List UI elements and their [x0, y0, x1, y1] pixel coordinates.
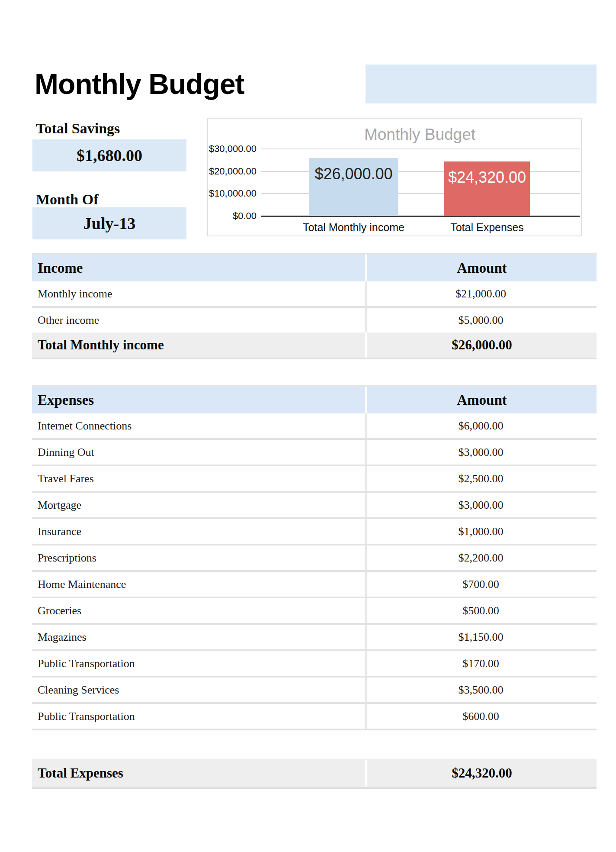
income-bar: $26,000.00 — [309, 158, 398, 216]
table-row: Mortgage $3,000.00 — [32, 491, 597, 517]
row-label-cell: Magazines — [32, 625, 365, 649]
row-amount-cell[interactable]: $21,000.00 — [365, 281, 597, 306]
row-label-cell: Mortgage — [32, 493, 365, 517]
table-row: Prescriptions $2,200.00 — [32, 544, 597, 570]
table-row: Magazines $1,150.00 — [32, 623, 597, 649]
row-amount-cell[interactable]: $1,150.00 — [365, 625, 597, 649]
x-axis-category-label: Total Expenses — [409, 221, 565, 234]
row-amount-cell[interactable]: $6,000.00 — [365, 413, 597, 438]
expenses-total-row: Total Expenses $24,320.00 — [32, 760, 597, 787]
x-axis-line — [261, 216, 580, 217]
table-row: Groceries $500.00 — [32, 597, 597, 623]
total-savings-label: Total Savings — [36, 120, 120, 137]
row-label-cell: Internet Connections — [32, 413, 365, 438]
row-amount-cell[interactable]: $3,500.00 — [365, 678, 597, 702]
expenses-bar: $24,320.00 — [444, 161, 530, 216]
expenses-table: Expenses Amount Internet Connections $6,… — [32, 385, 597, 730]
column-divider — [365, 493, 367, 517]
x-axis-category-label: Total Monthly income — [276, 221, 432, 234]
row-amount-cell[interactable]: $2,500.00 — [365, 466, 597, 491]
table-row: Cleaning Services $3,500.00 — [32, 676, 597, 702]
y-axis-tick-label: $30,000.00 — [208, 143, 257, 155]
amount-header-cell: Amount — [367, 387, 597, 413]
month-of-value-cell[interactable]: July-13 — [32, 207, 186, 239]
column-divider — [365, 651, 367, 676]
budget-document-page: Monthly Budget Total Savings $1,680.00 M… — [0, 0, 616, 852]
income-rows: Monthly income $21,000.00 Other income $… — [32, 281, 597, 332]
row-label-cell: Insurance — [32, 519, 365, 544]
column-divider — [365, 572, 367, 597]
row-label-cell: Home Maintenance — [32, 572, 365, 597]
row-amount-cell[interactable]: $600.00 — [365, 704, 597, 729]
y-axis-tick-label: $20,000.00 — [208, 165, 257, 178]
row-label-cell: Prescriptions — [32, 545, 365, 570]
row-amount-cell[interactable]: $170.00 — [365, 651, 597, 676]
row-amount-cell[interactable]: $5,000.00 — [365, 308, 597, 332]
y-axis-tick-label: $0.00 — [208, 210, 257, 222]
gridline — [261, 171, 580, 172]
expenses-header-cell: Expenses — [32, 387, 365, 413]
column-divider — [365, 678, 367, 702]
total-label-cell: Total Monthly income — [32, 332, 365, 358]
row-label-cell: Dinning Out — [32, 440, 365, 465]
chart-title: Monthly Budget — [260, 126, 580, 144]
gridline — [261, 148, 580, 149]
expenses-table-header-row: Expenses Amount — [32, 387, 597, 413]
column-divider — [365, 281, 367, 306]
column-divider — [365, 308, 367, 332]
column-divider — [365, 413, 367, 438]
gridline — [261, 193, 580, 194]
column-divider — [365, 704, 367, 729]
table-row: Internet Connections $6,000.00 — [32, 413, 597, 438]
total-expenses-row: Total Expenses $24,320.00 — [32, 759, 597, 789]
row-amount-cell[interactable]: $3,000.00 — [365, 440, 597, 465]
table-row: Public Transportation $600.00 — [32, 702, 597, 729]
row-amount-cell[interactable]: $1,000.00 — [365, 519, 597, 544]
row-label-cell: Monthly income — [32, 281, 365, 306]
table-row: Dinning Out $3,000.00 — [32, 438, 597, 465]
table-row: Monthly income $21,000.00 — [32, 281, 597, 306]
table-row: Insurance $1,000.00 — [32, 517, 597, 544]
table-row: Travel Fares $2,500.00 — [32, 465, 597, 491]
column-divider — [365, 440, 367, 465]
income-table-header-row: Income Amount — [32, 255, 597, 281]
total-amount-cell[interactable]: $26,000.00 — [367, 332, 597, 358]
expenses-rows: Internet Connections $6,000.00 Dinning O… — [32, 413, 597, 729]
page-title: Monthly Budget — [35, 68, 244, 100]
row-label-cell: Groceries — [32, 598, 365, 623]
row-amount-cell[interactable]: $700.00 — [365, 572, 597, 597]
table-row: Other income $5,000.00 — [32, 306, 597, 332]
bar-value-label: $26,000.00 — [309, 165, 398, 183]
column-divider — [365, 545, 367, 570]
month-of-label: Month Of — [36, 191, 99, 208]
bar-value-label: $24,320.00 — [444, 168, 530, 187]
empty-highlight-cell[interactable] — [366, 65, 597, 103]
row-amount-cell[interactable]: $3,000.00 — [365, 493, 597, 517]
row-label-cell: Cleaning Services — [32, 678, 365, 702]
total-label-cell: Total Expenses — [32, 760, 365, 787]
column-divider — [365, 466, 367, 491]
row-amount-cell[interactable]: $2,200.00 — [365, 545, 597, 570]
row-label-cell: Other income — [32, 308, 365, 332]
row-label-cell: Public Transportation — [32, 704, 365, 729]
table-row: Home Maintenance $700.00 — [32, 570, 597, 597]
row-label-cell: Travel Fares — [32, 466, 365, 491]
column-divider — [365, 598, 367, 623]
column-divider — [365, 519, 367, 544]
amount-header-cell: Amount — [367, 255, 597, 281]
column-divider — [365, 625, 367, 649]
income-table: Income Amount Monthly income $21,000.00 … — [32, 253, 597, 359]
income-header-cell: Income — [32, 255, 365, 281]
total-amount-cell[interactable]: $24,320.00 — [367, 760, 597, 787]
total-savings-value-cell[interactable]: $1,680.00 — [32, 139, 186, 171]
income-total-row: Total Monthly income $26,000.00 — [32, 332, 597, 358]
table-row: Public Transportation $170.00 — [32, 649, 597, 676]
row-label-cell: Public Transportation — [32, 651, 365, 676]
row-amount-cell[interactable]: $500.00 — [365, 598, 597, 623]
budget-bar-chart[interactable]: Monthly Budget $30,000.00$20,000.00$10,0… — [207, 118, 582, 236]
y-axis-tick-label: $10,000.00 — [208, 187, 257, 200]
